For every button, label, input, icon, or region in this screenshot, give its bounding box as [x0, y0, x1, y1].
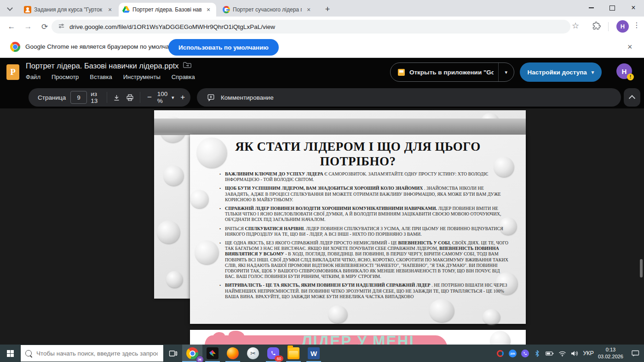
- drive-profile-avatar[interactable]: H !: [616, 63, 632, 79]
- zoom-out-icon[interactable]: [144, 91, 154, 104]
- slides-app-icon: [398, 69, 405, 76]
- zoom-level[interactable]: 100 %: [157, 90, 171, 104]
- slide-bullet: ЩЕ ОДНА ЯКІСТЬ, БЕЗ ЯКОГО СПРАВЖНІЙ ЛІДЕ…: [219, 240, 508, 279]
- tab-close-icon[interactable]: ×: [106, 6, 114, 14]
- wifi-icon[interactable]: [558, 349, 566, 357]
- water-droplet: [157, 221, 180, 243]
- bluetooth-icon[interactable]: [533, 349, 541, 357]
- taskbar-firefox-button[interactable]: [223, 345, 243, 362]
- task-view-button[interactable]: [164, 345, 182, 362]
- slide-bullet: ЩОБ БУТИ УСПІШНИМ ЛІДЕРОМ, ВАМ ЗНАДОБИТЬ…: [219, 186, 508, 203]
- current-slide: ЯК СТАТИ ЛІДЕРОМ І ЩО ДЛЯ ЦЬОГО ПОТРІБНО…: [190, 135, 526, 324]
- tab-close-icon[interactable]: ×: [305, 6, 313, 14]
- bird-app-icon: [207, 347, 218, 359]
- classroom-icon: [24, 6, 31, 13]
- slide-title: ЯК СТАТИ ЛІДЕРОМ І ЩО ДЛЯ ЦЬОГО ПОТРІБНО…: [218, 139, 498, 169]
- next-slide-partial: ЛІДЕР У МЕНІ: [190, 330, 526, 345]
- firefox-icon: [227, 347, 239, 359]
- viber-tray-icon[interactable]: [521, 349, 529, 357]
- language-indicator[interactable]: УКР: [583, 350, 594, 356]
- comment-mode-label[interactable]: Комментирование: [221, 94, 274, 101]
- taskbar-search[interactable]: [20, 345, 164, 362]
- share-caret-icon[interactable]: ▾: [592, 69, 594, 75]
- zoom-tray-icon[interactable]: zm: [508, 349, 517, 357]
- taskbar-search-input[interactable]: [35, 350, 159, 357]
- tab-title: Портрет сучасного лідера пре: [233, 6, 302, 13]
- search-icon: [25, 350, 32, 356]
- open-in-app-button[interactable]: Открыть в приложении "Go... ▾: [390, 62, 514, 82]
- slide-bullet: ВЧІТЬСЯ СПІЛКУВАТИСЯ НАРІВНІ. ЛІДЕР ПОВИ…: [219, 226, 508, 237]
- tab-search-chevron-icon[interactable]: [4, 4, 16, 14]
- share-settings-button[interactable]: Настройки доступа ▾: [520, 62, 602, 82]
- slide-bullets: ВАЖЛИВИМ КЛЮЧЕМ ДО УСПІХУ ЛІДЕРА Є САМОР…: [219, 171, 508, 303]
- browser-tab-2-active[interactable]: Портрет лідера. Базові навичк ×: [119, 3, 216, 17]
- browser-tab-3[interactable]: Портрет сучасного лідера пре ×: [219, 3, 316, 17]
- menu-file[interactable]: Файл: [26, 74, 40, 80]
- water-droplet: [163, 165, 184, 186]
- window-controls: ×: [581, 0, 644, 16]
- move-to-folder-icon[interactable]: [183, 62, 191, 70]
- site-info-icon[interactable]: [58, 23, 65, 31]
- taskbar-explorer-button[interactable]: [283, 345, 304, 362]
- word-icon: W: [308, 347, 320, 359]
- reload-icon[interactable]: ⟳: [39, 21, 51, 33]
- menu-view[interactable]: Просмотр: [52, 74, 79, 80]
- print-icon[interactable]: [125, 91, 135, 104]
- chevron-up-icon: [629, 95, 635, 102]
- page-label: Страница: [38, 94, 66, 101]
- toolbar-divider: [608, 22, 609, 31]
- tab-title: Задания для курса "Гурток "Лі: [34, 6, 103, 13]
- clock[interactable]: 0:13 03.02.2026: [598, 346, 623, 360]
- add-comment-icon[interactable]: [204, 91, 217, 104]
- google-icon: [223, 6, 230, 13]
- scrollbar-thumb[interactable]: [640, 259, 643, 277]
- maximize-button[interactable]: [602, 0, 623, 16]
- close-window-button[interactable]: ×: [623, 0, 644, 16]
- default-browser-message: Google Chrome не является браузером по у…: [25, 43, 183, 50]
- browser-profile-avatar[interactable]: H: [616, 20, 629, 33]
- time: 0:13: [598, 346, 623, 353]
- forward-icon[interactable]: →: [22, 21, 34, 33]
- zoom-caret-icon[interactable]: ▾: [172, 95, 174, 101]
- taskbar-app-button[interactable]: [202, 345, 223, 362]
- next-slide-title: ЛІДЕР У МЕНІ: [190, 333, 526, 345]
- action-center-icon[interactable]: [631, 349, 639, 357]
- collapse-toolbar-button[interactable]: [624, 88, 640, 107]
- new-tab-button[interactable]: +: [322, 4, 333, 15]
- menu-help[interactable]: Справка: [172, 74, 195, 80]
- page-number-input[interactable]: [70, 91, 87, 104]
- file-title: Портрет лідера. Базові навички лідера.pp…: [26, 62, 178, 70]
- taskbar-viber-button[interactable]: 60: [263, 345, 283, 362]
- back-icon[interactable]: ←: [6, 21, 17, 33]
- browser-tab-1[interactable]: Задания для курса "Гурток "Лі ×: [20, 3, 118, 17]
- start-button[interactable]: [0, 345, 20, 362]
- account-warning-badge: !: [627, 74, 634, 80]
- extensions-icon[interactable]: [592, 22, 601, 32]
- banner-close-icon[interactable]: ×: [627, 42, 632, 52]
- taskbar-chrome-button[interactable]: H: [182, 345, 202, 362]
- taskbar-word-button[interactable]: W: [304, 345, 324, 362]
- page-count-label: из 13: [91, 90, 102, 104]
- taskbar-snipping-button[interactable]: ✂: [243, 345, 263, 362]
- minimize-button[interactable]: [581, 0, 602, 16]
- battery-icon[interactable]: [546, 349, 554, 357]
- comment-mode-bar: Комментирование: [197, 88, 621, 107]
- volume-icon[interactable]: [570, 349, 579, 357]
- tray-app-icon[interactable]: [496, 349, 504, 357]
- tab-close-icon[interactable]: ×: [204, 6, 213, 14]
- url-text: drive.google.com/file/d/1OR1WsYaDGGEGoMW…: [69, 23, 275, 30]
- zoom-in-icon[interactable]: [178, 91, 188, 104]
- use-default-button[interactable]: Использовать по умолчанию: [168, 39, 279, 56]
- open-in-app-caret-icon[interactable]: ▾: [505, 69, 507, 75]
- menu-insert[interactable]: Вставка: [90, 74, 112, 80]
- file-explorer-icon: [288, 347, 299, 359]
- document-viewer[interactable]: ЯК СТАТИ ЛІДЕРОМ І ЩО ДЛЯ ЦЬОГО ПОТРІБНО…: [0, 108, 644, 345]
- drive-icon: [122, 6, 130, 13]
- download-icon[interactable]: [112, 91, 121, 104]
- chrome-logo-icon: [10, 42, 20, 52]
- windows-logo-icon: [7, 350, 14, 357]
- chrome-menu-icon[interactable]: ⋮: [633, 21, 640, 29]
- bookmark-star-icon[interactable]: ☆: [572, 21, 579, 31]
- address-bar[interactable]: drive.google.com/file/d/1OR1WsYaDGGEGoMW…: [52, 20, 570, 34]
- menu-tools[interactable]: Инструменты: [123, 74, 161, 80]
